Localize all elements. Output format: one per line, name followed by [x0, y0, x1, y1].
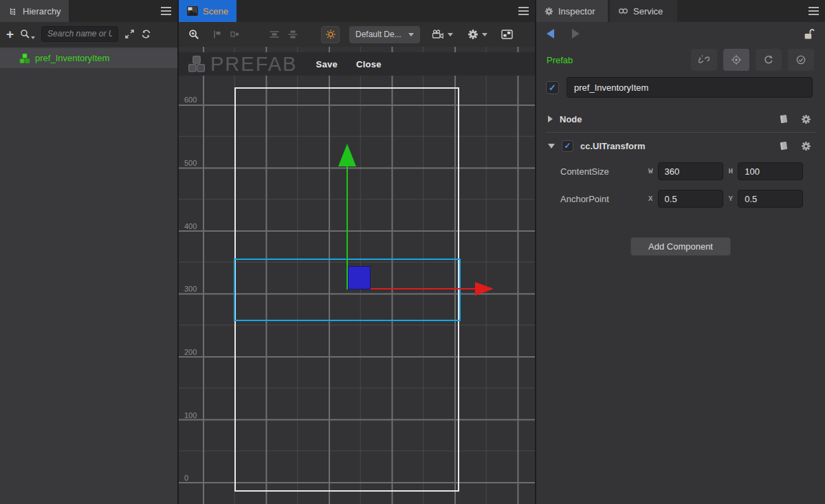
docs-book-icon[interactable]	[778, 140, 789, 151]
ruler-label: 600	[184, 96, 205, 104]
gizmo-y-axis-arrowhead-icon[interactable]	[338, 144, 356, 166]
expand-all-button[interactable]	[124, 29, 135, 39]
inspector-panel: Inspector Service Prefab	[536, 0, 825, 504]
docs-book-icon[interactable]	[778, 113, 789, 124]
gizmo-move-handle[interactable]	[349, 267, 370, 289]
prefab-asset-row: Prefab	[536, 45, 825, 74]
unlink-icon	[698, 54, 710, 65]
prefab-watermark: PREFAB	[210, 53, 297, 76]
height-axis-label: H	[729, 167, 734, 175]
width-axis-label: W	[648, 167, 653, 175]
content-size-width-input[interactable]	[658, 162, 723, 180]
ruler-label: 200	[184, 348, 205, 356]
node-active-checkbox[interactable]	[546, 81, 559, 94]
lock-icon[interactable]	[803, 28, 815, 40]
hierarchy-tree: pref_InventoryItem	[0, 47, 177, 504]
tab-inspector-label: Inspector	[558, 6, 595, 17]
add-component-button[interactable]: Add Component	[630, 237, 731, 256]
node-name-input[interactable]	[566, 77, 813, 98]
ruler-label: 300	[184, 285, 205, 293]
check-circle-icon	[795, 54, 806, 65]
search-caret-icon	[31, 36, 35, 39]
cocos-creator-window: Hierarchy +	[0, 0, 825, 504]
x-axis-label: X	[648, 195, 653, 203]
hierarchy-item-label: pref_InventoryItem	[35, 53, 109, 63]
gizmo-y-axis[interactable]	[346, 166, 348, 289]
chevron-down-icon	[448, 33, 453, 36]
unlink-prefab-button[interactable]	[691, 49, 717, 71]
scene-panel: Scene	[179, 0, 535, 504]
anchor-point-y-input[interactable]	[738, 190, 803, 208]
distribute-vertical-icon[interactable]	[269, 30, 280, 39]
y-axis-label: Y	[729, 195, 734, 203]
content-size-label: ContentSize	[560, 166, 648, 177]
hierarchy-toolbar: +	[0, 22, 177, 47]
tab-hierarchy-label: Hierarchy	[23, 6, 61, 17]
content-size-row: ContentSize W H	[560, 161, 813, 182]
search-filter-button[interactable]	[20, 29, 35, 39]
camera-settings-dropdown[interactable]	[432, 30, 453, 39]
add-node-button[interactable]: +	[6, 28, 14, 41]
tab-service-label: Service	[633, 6, 663, 17]
camera-icon	[432, 30, 444, 39]
prefab-cubes-icon	[188, 55, 206, 73]
gizmo-light-icon	[325, 29, 336, 40]
gizmo-x-axis-arrowhead-icon[interactable]	[475, 282, 494, 296]
gizmo-light-toggle[interactable]	[321, 26, 340, 43]
tab-service[interactable]: Service	[610, 0, 677, 22]
chevron-down-icon	[548, 144, 555, 149]
distribute-horizontal-icon[interactable]	[287, 30, 298, 39]
zoom-icon[interactable]	[188, 29, 200, 41]
anchor-point-x-input[interactable]	[658, 190, 723, 208]
prefab-label: Prefab	[547, 55, 573, 65]
ruler-label: 0	[184, 474, 205, 482]
hierarchy-panel: Hierarchy +	[0, 0, 177, 504]
device-mode-dropdown[interactable]: Default De...	[349, 26, 420, 43]
prefab-close-button[interactable]: Close	[356, 59, 382, 69]
inspector-tabbar: Inspector Service	[536, 0, 825, 22]
search-icon	[20, 29, 30, 39]
device-mode-value: Default De...	[355, 30, 402, 39]
link-icon	[618, 7, 628, 15]
chevron-down-icon	[408, 33, 414, 36]
node-section-header[interactable]: Node	[536, 107, 825, 131]
anchor-point-label: AnchorPoint	[560, 194, 648, 204]
scene-viewport[interactable]: PREFAB Save Close 600 500 400 300 200 10…	[179, 47, 535, 504]
content-size-height-input[interactable]	[738, 162, 803, 180]
align-box-icon[interactable]	[230, 30, 240, 39]
reset-prefab-button[interactable]	[756, 49, 782, 71]
gear-icon[interactable]	[801, 141, 811, 151]
tab-hierarchy[interactable]: Hierarchy	[0, 0, 69, 22]
split-view-icon[interactable]	[501, 30, 513, 39]
tab-scene[interactable]: Scene	[179, 0, 236, 22]
apply-prefab-button[interactable]	[788, 49, 814, 71]
gear-icon[interactable]	[801, 114, 811, 124]
inspector-nav-row	[536, 22, 825, 45]
history-forward-icon[interactable]	[572, 29, 580, 39]
gizmo-settings-dropdown[interactable]	[468, 29, 487, 40]
uitransform-enabled-checkbox[interactable]	[562, 140, 573, 152]
search-input[interactable]	[41, 26, 118, 42]
ruler-label: 100	[184, 411, 205, 419]
hierarchy-menu-button[interactable]	[154, 0, 177, 22]
uitransform-section-header[interactable]: cc.UITransform	[536, 134, 825, 157]
history-back-icon[interactable]	[547, 29, 554, 39]
prefab-save-button[interactable]: Save	[316, 59, 338, 69]
locate-prefab-button[interactable]	[723, 49, 749, 71]
prefab-edit-bar: PREFAB Save Close	[179, 52, 535, 76]
hamburger-icon	[161, 10, 171, 12]
refresh-button[interactable]	[141, 29, 151, 39]
gear-icon	[468, 29, 478, 40]
tab-inspector[interactable]: Inspector	[536, 0, 608, 22]
node-name-row	[546, 77, 813, 98]
inspector-menu-button[interactable]	[802, 0, 825, 22]
hamburger-icon	[808, 10, 819, 12]
node-section-title: Node	[560, 114, 582, 124]
scene-icon	[187, 6, 198, 16]
locate-icon	[731, 54, 742, 65]
ruler-label: 500	[184, 159, 205, 167]
scene-menu-button[interactable]	[512, 0, 535, 22]
hierarchy-item-pref-inventoryitem[interactable]: pref_InventoryItem	[0, 48, 177, 68]
align-edge-icon[interactable]	[212, 30, 222, 39]
uitransform-section-title: cc.UITransform	[580, 141, 646, 151]
